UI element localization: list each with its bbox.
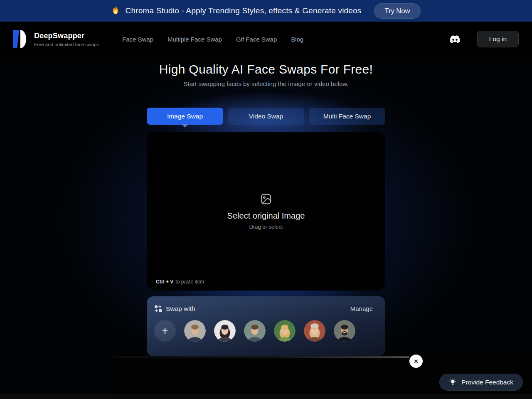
header-right: Log in [449,31,519,47]
swap-mode-tabs: Image Swap Video Swap Multi Face Swap [147,108,385,125]
tab-multi-face-swap[interactable]: Multi Face Swap [309,108,385,125]
swap-with-label: Swap with [166,305,195,313]
site-header: DeepSwapper Free and unlimited face swap… [0,22,532,57]
upload-hint: Drag or select [249,224,283,230]
face-avatar-young-man-outdoors[interactable] [244,320,266,342]
bottom-strip [0,394,532,399]
nav-blog[interactable]: Blog [291,36,303,43]
image-icon [260,193,272,205]
promo-banner: Chroma Studio - Apply Trending Styles, e… [0,0,532,22]
close-icon: ✕ [414,358,419,365]
deepswapper-logo-icon [13,30,28,49]
brand-text: DeepSwapper Free and unlimited face swap… [34,32,99,47]
face-avatar-woman-beanie-autumn[interactable] [304,320,325,342]
paste-hint-text: to paste item [175,279,204,285]
face-avatar-woman-dark-bob[interactable] [214,320,236,342]
face-avatar-man-short-hair[interactable] [184,320,206,342]
tab-video-swap[interactable]: Video Swap [228,108,304,125]
ad-top-border [113,357,409,357]
swap-with-panel: Swap with Manage + [147,296,385,356]
try-now-button[interactable]: Try Now [374,3,421,19]
provide-feedback-button[interactable]: Provide Feedback [439,374,523,391]
tab-image-swap[interactable]: Image Swap [147,108,223,125]
page-title: High Quality AI Face Swaps For Free! [0,62,532,76]
image-upload-dropzone[interactable]: Select original Image Drag or select Ctr… [147,132,385,291]
brand[interactable]: DeepSwapper Free and unlimited face swap… [13,30,99,49]
login-button[interactable]: Log in [477,31,519,47]
swap-panel-header: Swap with Manage [147,296,385,313]
fire-icon [111,5,120,16]
brand-name: DeepSwapper [34,32,99,40]
paste-shortcut-keys: Ctrl + V [156,279,173,285]
promo-banner-text: Chroma Studio - Apply Trending Styles, e… [126,6,362,15]
paste-shortcut-hint: Ctrl + Vto paste item [156,279,204,285]
nav-face-swap[interactable]: Face Swap [122,36,153,43]
nav-multiple-face-swap[interactable]: Multiple Face Swap [167,36,222,43]
add-face-button[interactable]: + [154,320,176,342]
page: Chroma Studio - Apply Trending Styles, e… [0,0,532,399]
swap-faces-icon [154,305,162,313]
lightbulb-icon [449,378,457,386]
brand-tagline: Free and unlimited face swaps [34,42,99,47]
page-subtitle: Start swapping faces by selecting the im… [0,80,532,87]
feedback-label: Provide Feedback [461,379,513,386]
close-ad-button[interactable]: ✕ [409,355,423,368]
main-nav: Face Swap Multiple Face Swap Gif Face Sw… [122,36,303,43]
face-avatar-blonde-woman-green[interactable] [274,320,296,342]
face-list: + [147,320,385,342]
main-content: High Quality AI Face Swaps For Free! Sta… [0,62,532,356]
discord-icon[interactable] [449,35,461,44]
face-avatar-bearded-man-dark[interactable] [334,320,355,342]
nav-gif-face-swap[interactable]: Gif Face Swap [236,36,277,43]
plus-icon: + [162,325,168,337]
manage-faces-link[interactable]: Manage [350,305,373,312]
upload-title: Select original Image [227,211,305,221]
